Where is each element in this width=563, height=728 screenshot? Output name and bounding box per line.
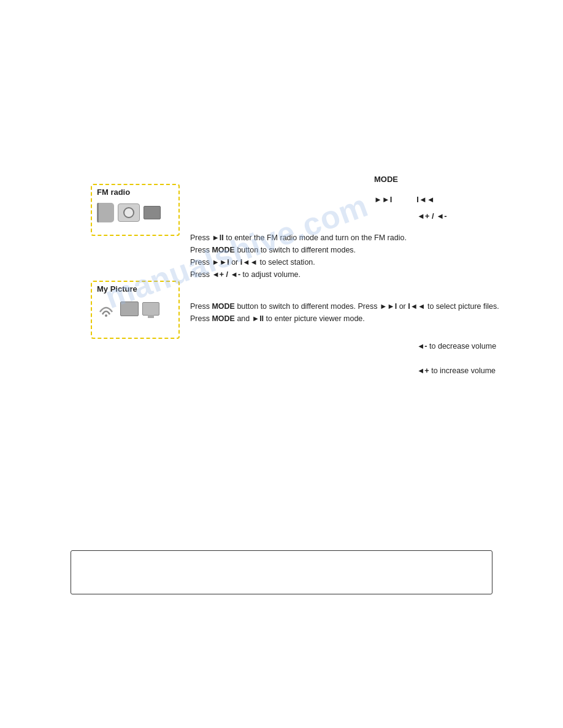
fm-instruction-block: Press ►II to enter the FM radio mode and… bbox=[190, 232, 407, 281]
book-icon bbox=[97, 203, 114, 222]
vol-right: ◄+ / ◄- bbox=[417, 211, 447, 221]
my-picture-title: My Picture bbox=[97, 284, 137, 294]
play-pause-btn-2: ►II bbox=[252, 314, 264, 323]
press-label-2: Press bbox=[190, 302, 212, 311]
mode-btn-2: MODE bbox=[212, 302, 235, 311]
next-btn-1: ►►I bbox=[212, 258, 229, 267]
mode-btn-3: MODE bbox=[212, 314, 235, 323]
filmstrip2-icon bbox=[120, 301, 139, 316]
right-col-mode: MODE bbox=[374, 175, 398, 184]
fm-radio-title: FM radio bbox=[97, 188, 130, 197]
mode-btn-1: MODE bbox=[212, 246, 235, 254]
fm-radio-box: FM radio bbox=[91, 184, 180, 236]
prev-btn-2: I◄◄ bbox=[408, 302, 425, 311]
my-picture-icon-row bbox=[97, 300, 159, 318]
page: FM radio My Picture bbox=[0, 0, 563, 728]
next-btn-2: ►►I bbox=[380, 302, 397, 311]
pic-line1: button to switch to different modes. Pre… bbox=[237, 302, 380, 311]
vol-down-btn: ◄- bbox=[417, 342, 427, 351]
mode-right: MODE bbox=[374, 175, 398, 184]
prev-btn-1: I◄◄ bbox=[240, 258, 258, 267]
picture-instruction-block: Press MODE button to switch to different… bbox=[190, 300, 499, 325]
prev-right: I◄◄ bbox=[416, 195, 434, 204]
radio-icon bbox=[118, 203, 140, 222]
next-right: ►►I bbox=[374, 195, 392, 204]
and-label: and bbox=[237, 314, 251, 323]
play-pause-btn-1: ►II bbox=[212, 233, 223, 242]
press-label: Press bbox=[190, 233, 212, 242]
svg-point-0 bbox=[105, 314, 107, 317]
vol-up-btn: ◄+ bbox=[417, 366, 429, 375]
note-box bbox=[71, 550, 492, 594]
vol-btn-1: ◄+ / ◄- bbox=[212, 270, 240, 279]
filmstrip-icon bbox=[144, 206, 161, 219]
fm-line5: to adjust volume. bbox=[243, 270, 301, 279]
vol-down-label: to decrease volume bbox=[429, 342, 496, 351]
fm-radio-icon-row bbox=[97, 203, 161, 222]
or-label-2: or bbox=[399, 302, 408, 311]
right-col-nav: ►►I I◄◄ bbox=[374, 195, 435, 204]
or-label-1: or bbox=[231, 258, 240, 267]
pic-line3: to enter picture viewer mode. bbox=[266, 314, 365, 323]
monitor-icon bbox=[142, 302, 159, 316]
my-picture-box: My Picture bbox=[91, 281, 180, 339]
vol-instruction-block: ◄- to decrease volume ◄+ to increase vol… bbox=[417, 340, 496, 377]
vol-up-label: to increase volume bbox=[431, 366, 496, 375]
signal-icon bbox=[97, 300, 115, 318]
right-col-vol: ◄+ / ◄- bbox=[417, 211, 447, 221]
